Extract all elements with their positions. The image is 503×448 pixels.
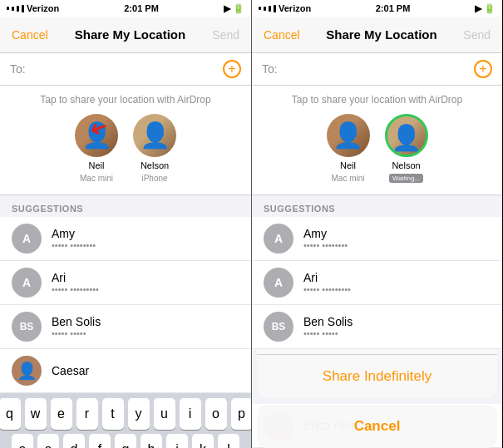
name-ari-r: Ari — [303, 271, 351, 284]
key-a[interactable]: a — [12, 434, 33, 448]
key-g[interactable]: g — [115, 434, 136, 448]
kb-row-2: a s d f g h j k l — [2, 434, 249, 448]
name-ben-r: Ben Solis — [303, 315, 353, 328]
suggestion-amy[interactable]: A Amy ••••• •••••••• — [0, 217, 251, 261]
signal-bar-4 — [22, 5, 24, 12]
detail-amy-r: ••••• •••••••• — [303, 240, 348, 250]
status-bar-right: Verizon 2:01 PM ▶ 🔋 — [252, 0, 502, 17]
key-t[interactable]: t — [102, 398, 124, 430]
time-left: 2:01 PM — [124, 3, 159, 13]
add-recipient-button-left[interactable]: + — [223, 60, 241, 78]
nav-bar-right: Cancel Share My Location Send — [252, 17, 502, 53]
avatar-ari: A — [12, 268, 42, 298]
avatar-ari-r: A — [264, 268, 293, 298]
name-ben: Ben Solis — [52, 315, 101, 328]
action-sheet-cancel-button[interactable]: Cancel — [257, 405, 497, 448]
to-label-right: To: — [262, 62, 278, 76]
avatar-neil-name: Neil — [89, 160, 105, 170]
key-k[interactable]: k — [192, 434, 214, 448]
airdrop-person-nelson[interactable]: Nelson iPhone — [133, 114, 176, 183]
avatar-nelson-sub: iPhone — [141, 174, 167, 183]
detail-ben-r: ••••• ••••• — [303, 328, 353, 338]
status-bar-left: Verizon 2:01 PM ▶ 🔋 — [0, 0, 251, 17]
cancel-button-right[interactable]: Cancel — [264, 28, 300, 42]
signal-bar-3 — [17, 6, 19, 12]
airdrop-hint-right: Tap to share your location with AirDrop — [252, 94, 502, 106]
time-right: 2:01 PM — [376, 3, 411, 13]
suggestion-ari-r[interactable]: A Ari ••••• ••••••••• — [252, 261, 502, 305]
right-phone: Verizon 2:01 PM ▶ 🔋 Cancel Share My Loca… — [251, 0, 502, 448]
avatar-nelson-name: Nelson — [141, 160, 169, 170]
detail-ben: ••••• ••••• — [52, 328, 101, 338]
key-f[interactable]: f — [89, 434, 111, 448]
action-sheet: Share for One Hour Share Until End of Da… — [257, 349, 497, 448]
signal-bar-2 — [12, 7, 14, 11]
detail-ari-r: ••••• ••••••••• — [303, 284, 351, 294]
airdrop-section-right: Tap to share your location with AirDrop … — [252, 86, 502, 195]
suggestion-ben-r[interactable]: BS Ben Solis ••••• ••••• — [252, 305, 502, 349]
key-l[interactable]: l — [218, 434, 239, 448]
nav-title-right: Share My Location — [326, 27, 436, 42]
key-u[interactable]: u — [154, 398, 175, 430]
kb-spacer-r — [244, 434, 249, 448]
signal-bar-r2 — [264, 7, 266, 11]
suggestions-header-right: SUGGESTIONS — [252, 195, 502, 217]
avatar-neil-sub: Mac mini — [80, 174, 113, 183]
to-field-right: To: + — [252, 53, 502, 86]
key-j[interactable]: j — [166, 434, 188, 448]
signal-bar-r1 — [259, 7, 261, 10]
name-ari: Ari — [52, 271, 99, 284]
name-amy: Amy — [52, 227, 96, 240]
avatar-caesar: 👤 — [12, 356, 42, 386]
carrier-left: Verizon — [27, 3, 59, 13]
suggestion-ari[interactable]: A Ari ••••• ••••••••• — [0, 261, 251, 305]
suggestion-ben[interactable]: BS Ben Solis ••••• ••••• — [0, 305, 251, 349]
avatar-ben: BS — [12, 312, 42, 342]
to-label-left: To: — [10, 62, 26, 76]
signal-bar-r3 — [269, 6, 271, 12]
to-field-left: To: + — [0, 53, 251, 86]
battery-right: ▶ 🔋 — [475, 3, 496, 14]
add-recipient-button-right[interactable]: + — [474, 60, 492, 78]
key-e[interactable]: e — [51, 398, 72, 430]
send-button-right[interactable]: Send — [463, 28, 491, 42]
right-content: EP Erica Perez Share for One Hour Share … — [252, 349, 502, 448]
kb-row-1: q w e r t y u i o p — [2, 398, 249, 430]
avatar-neil-r — [327, 114, 370, 157]
key-y[interactable]: y — [128, 398, 150, 430]
key-w[interactable]: w — [25, 398, 47, 430]
signal-bar-1 — [7, 7, 9, 10]
key-i[interactable]: i — [180, 398, 201, 430]
avatar-neil-r-sub: Mac mini — [331, 174, 364, 183]
key-p[interactable]: p — [231, 398, 252, 430]
suggestion-amy-r[interactable]: A Amy ••••• •••••••• — [252, 217, 502, 261]
cancel-button-left[interactable]: Cancel — [12, 28, 48, 42]
signal-bar-r4 — [274, 5, 276, 12]
battery-left: ▶ 🔋 — [224, 3, 244, 14]
share-end-of-day-button[interactable]: Share Until End of Day — [257, 349, 497, 355]
avatar-amy: A — [12, 224, 42, 254]
key-d[interactable]: d — [63, 434, 85, 448]
detail-ari: ••••• ••••••••• — [52, 284, 99, 294]
avatar-nelson-r — [385, 114, 428, 157]
key-r[interactable]: r — [76, 398, 98, 430]
airdrop-hint-left: Tap to share your location with AirDrop — [0, 94, 251, 106]
nav-bar-left: Cancel Share My Location Send — [0, 17, 251, 53]
avatar-neil-r-name: Neil — [340, 160, 356, 170]
share-indefinitely-button[interactable]: Share Indefinitely — [257, 355, 497, 398]
key-q[interactable]: q — [0, 398, 21, 430]
name-caesar: Caesar — [52, 364, 89, 377]
suggestion-caesar[interactable]: 👤 Caesar — [0, 349, 251, 393]
avatar-nelson-r-name: Nelson — [392, 160, 420, 170]
key-h[interactable]: h — [141, 434, 162, 448]
suggestions-header-left: SUGGESTIONS — [0, 195, 251, 217]
avatar-ben-r: BS — [264, 312, 293, 342]
airdrop-person-nelson-r[interactable]: Nelson Waiting... — [385, 114, 428, 183]
name-amy-r: Amy — [303, 227, 348, 240]
key-o[interactable]: o — [205, 398, 227, 430]
airdrop-person-neil-r[interactable]: Neil Mac mini — [327, 114, 370, 183]
airdrop-avatars-right: Neil Mac mini Nelson Waiting... — [252, 114, 502, 183]
send-button-left[interactable]: Send — [212, 28, 239, 42]
keyboard-left: q w e r t y u i o p a s d f g h j k l ⇧ … — [0, 393, 251, 448]
key-s[interactable]: s — [37, 434, 59, 448]
